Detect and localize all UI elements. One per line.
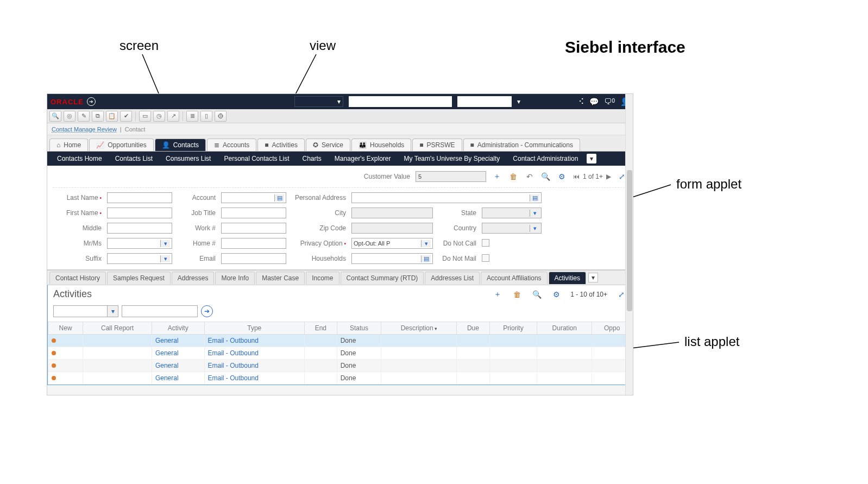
col-activity[interactable]: Activity xyxy=(152,322,204,335)
col-new[interactable]: New xyxy=(48,322,83,335)
work-input[interactable] xyxy=(221,223,286,234)
chevron-down-icon[interactable]: ▾ xyxy=(160,255,170,262)
chevron-down-icon[interactable]: ▾ xyxy=(530,210,539,217)
edit-icon[interactable]: ✎ xyxy=(78,111,90,122)
list-icon[interactable]: ≣ xyxy=(186,111,198,122)
nav-arrow-icon[interactable]: ➔ xyxy=(87,97,96,106)
type-link[interactable]: Email - Outbound xyxy=(208,374,259,382)
state-input[interactable]: ▾ xyxy=(482,208,542,218)
col-due[interactable]: Due xyxy=(457,322,490,335)
clock-icon[interactable]: ◷ xyxy=(153,111,165,122)
home-input[interactable] xyxy=(221,238,286,249)
applet-tabs-more[interactable]: ▾ xyxy=(588,273,598,282)
header-search-input[interactable] xyxy=(349,96,452,107)
households-input[interactable]: ▤ xyxy=(351,253,433,264)
view-tabs-more[interactable]: ▾ xyxy=(587,154,596,164)
view-tab-my-team-s-universe-by-specialty[interactable]: My Team's Universe By Specialty xyxy=(398,153,507,164)
mrms-input[interactable]: ▾ xyxy=(107,238,172,249)
delete-record-button[interactable]: 🗑 xyxy=(508,171,519,182)
table-row[interactable]: GeneralEmail - OutboundDone xyxy=(48,372,632,385)
applet-tab-addresses[interactable]: Addresses xyxy=(172,272,215,284)
applet-tab-addresses-list[interactable]: Addresses List xyxy=(425,272,480,284)
view-tab-contact-administration[interactable]: Contact Administration xyxy=(506,153,584,164)
last-name-input[interactable] xyxy=(107,192,172,203)
breadcrumb-link[interactable]: Contact Manage Review xyxy=(52,126,117,133)
view-tab-manager-s-explorer[interactable]: Manager's Explorer xyxy=(328,153,398,164)
activity-link[interactable]: General xyxy=(155,349,179,357)
picklist-icon[interactable]: ▤ xyxy=(421,255,431,262)
col-description[interactable]: Description xyxy=(381,322,457,335)
first-page-icon[interactable]: ⏮ xyxy=(573,173,580,180)
next-page-icon[interactable]: ▶ xyxy=(606,173,611,180)
applet-tab-income[interactable]: Income xyxy=(306,272,339,284)
activity-link[interactable]: General xyxy=(155,337,179,344)
chart-icon[interactable]: ↗ xyxy=(167,111,179,122)
col-call-report[interactable]: Call Report xyxy=(83,322,152,335)
col-priority[interactable]: Priority xyxy=(489,322,537,335)
chevron-down-icon[interactable]: ▾ xyxy=(421,240,431,247)
activity-link[interactable]: General xyxy=(155,374,179,382)
job-title-input[interactable] xyxy=(221,208,286,218)
type-link[interactable]: Email - Outbound xyxy=(208,362,259,369)
chevron-down-icon[interactable]: ▾ xyxy=(160,240,170,247)
share-icon[interactable]: ⠪ xyxy=(578,97,584,106)
table-row[interactable]: GeneralEmail - OutboundDone xyxy=(48,347,632,360)
caret-down-icon[interactable]: ▾ xyxy=(515,98,523,105)
notifications-icon[interactable]: 🗨0 xyxy=(604,97,615,106)
paste-icon[interactable]: 📋 xyxy=(106,111,118,122)
suffix-input[interactable]: ▾ xyxy=(107,253,172,264)
view-tab-consumers-list[interactable]: Consumers List xyxy=(159,153,217,164)
applet-tab-more-info[interactable]: More Info xyxy=(215,272,255,284)
go-button[interactable]: ➔ xyxy=(201,305,213,317)
query-button[interactable]: 🔍 xyxy=(540,171,551,182)
type-link[interactable]: Email - Outbound xyxy=(208,337,259,344)
save-icon[interactable]: ▭ xyxy=(139,111,151,122)
copy-icon[interactable]: ⧉ xyxy=(92,111,104,122)
screen-tab-accounts[interactable]: ≣Accounts xyxy=(207,139,256,151)
applet-tab-activities[interactable]: Activities xyxy=(549,272,586,284)
screen-tab-home[interactable]: ⌂Home xyxy=(49,139,88,151)
first-name-input[interactable] xyxy=(107,208,172,218)
picklist-icon[interactable]: ▤ xyxy=(530,194,539,202)
activity-link[interactable]: General xyxy=(155,362,179,369)
header-dropdown[interactable]: ▾ xyxy=(294,96,343,107)
applet-tab-contact-summary-rtd-[interactable]: Contact Summary (RTD) xyxy=(341,272,424,284)
list-delete-button[interactable]: 🗑 xyxy=(512,289,523,300)
country-input[interactable]: ▾ xyxy=(482,223,542,234)
email-input[interactable] xyxy=(221,253,286,264)
col-status[interactable]: Status xyxy=(337,322,381,335)
filter-input[interactable] xyxy=(122,305,198,317)
chevron-down-icon[interactable]: ▾ xyxy=(530,225,539,232)
zip-input[interactable] xyxy=(351,223,433,234)
middle-input[interactable] xyxy=(107,223,172,234)
applet-tab-account-affiliations[interactable]: Account Affiliations xyxy=(481,272,548,284)
screen-tab-opportunities[interactable]: 📈Opportunities xyxy=(89,139,153,151)
type-link[interactable]: Email - Outbound xyxy=(208,349,259,357)
search-icon[interactable]: 🔍 xyxy=(49,111,61,122)
filter-combo[interactable]: ▾ xyxy=(53,305,118,317)
table-row[interactable]: GeneralEmail - OutboundDone xyxy=(48,335,632,347)
header-search-secondary[interactable] xyxy=(457,96,512,107)
settings-button[interactable]: ⚙ xyxy=(557,171,568,182)
account-input[interactable]: ▤ xyxy=(221,192,286,203)
screen-tab-contacts[interactable]: 👤Contacts xyxy=(155,139,206,151)
do-not-mail-checkbox[interactable] xyxy=(482,254,489,262)
do-not-call-checkbox[interactable] xyxy=(482,239,489,247)
undo-button[interactable]: ↶ xyxy=(524,171,535,182)
customer-value-field[interactable]: 5 xyxy=(416,171,486,182)
new-record-button[interactable]: ＋ xyxy=(492,171,502,182)
city-input[interactable] xyxy=(351,208,433,218)
list-new-button[interactable]: ＋ xyxy=(492,289,503,300)
list-query-button[interactable]: 🔍 xyxy=(531,289,542,300)
table-row[interactable]: GeneralEmail - OutboundDone xyxy=(48,360,632,372)
view-tab-charts[interactable]: Charts xyxy=(296,153,328,164)
list-settings-button[interactable]: ⚙ xyxy=(551,289,562,300)
chevron-down-icon[interactable]: ▾ xyxy=(107,306,118,317)
screen-tab-households[interactable]: 👪Households xyxy=(351,139,411,151)
doc-icon[interactable]: ▯ xyxy=(200,111,212,122)
applet-tab-master-case[interactable]: Master Case xyxy=(256,272,305,284)
screen-tab-service[interactable]: ✪Service xyxy=(306,139,350,151)
vertical-scrollbar[interactable] xyxy=(625,94,633,395)
target-icon[interactable]: ◎ xyxy=(64,111,76,122)
col-type[interactable]: Type xyxy=(204,322,305,335)
